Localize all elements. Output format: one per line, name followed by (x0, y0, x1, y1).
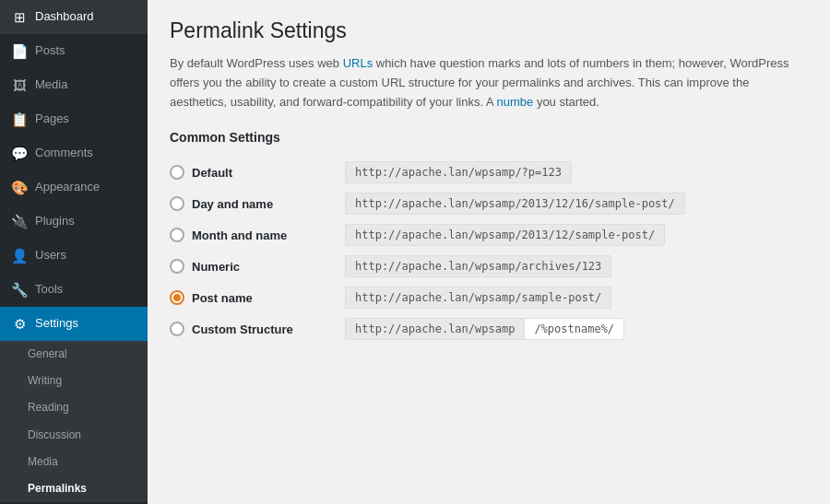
numeric-text: Numeric (192, 260, 240, 274)
post-name-row: Post namehttp://apache.lan/wpsamp/sample… (170, 287, 808, 309)
submenu-item-media[interactable]: Media (0, 449, 148, 475)
page-description: By default WordPress uses web URLs which… (170, 54, 808, 111)
sidebar-label-media: Media (35, 76, 67, 93)
sidebar-item-comments[interactable]: 💬Comments (0, 136, 148, 170)
sidebar-label-tools: Tools (35, 281, 63, 298)
numeric-row: Numerichttp://apache.lan/wpsamp/archives… (170, 255, 808, 277)
numeric-radio (170, 259, 184, 274)
settings-icon: ⚙ (11, 314, 28, 334)
custom-url-part2[interactable]: /%postname%/ (525, 318, 624, 340)
tools-icon: 🔧 (11, 280, 28, 299)
sidebar-label-comments: Comments (35, 145, 93, 161)
sidebar-label-dashboard: Dashboard (35, 8, 94, 25)
post-name-radio (170, 290, 184, 305)
sidebar-item-dashboard[interactable]: ⊞Dashboard (0, 0, 148, 34)
appearance-icon: 🎨 (11, 178, 28, 197)
default-radio (170, 165, 184, 180)
day-name-label[interactable]: Day and name (170, 196, 336, 211)
month-name-text: Month and name (192, 229, 287, 242)
sidebar-item-settings[interactable]: ⚙Settings (0, 307, 148, 341)
default-text: Default (192, 166, 232, 180)
custom-structure-url: http://apache.lan/wpsamp /%postname%/ (345, 318, 624, 340)
custom-structure-text: Custom Structure (192, 322, 293, 336)
custom-structure-radio-indicator (170, 322, 184, 336)
numeric-url: http://apache.lan/wpsamp/archives/123 (345, 255, 611, 277)
custom-structure-label[interactable]: Custom Structure (170, 322, 336, 336)
default-label[interactable]: Default (170, 165, 336, 180)
comments-icon: 💬 (11, 144, 28, 163)
post-name-url: http://apache.lan/wpsamp/sample-post/ (345, 287, 611, 309)
sidebar-label-pages: Pages (35, 111, 69, 127)
sidebar-item-users[interactable]: 👤Users (0, 239, 148, 273)
sidebar-label-users: Users (35, 247, 66, 264)
post-name-label[interactable]: Post name (170, 290, 336, 305)
sidebar-label-appearance: Appearance (35, 179, 100, 195)
sidebar-label-plugins: Plugins (35, 213, 75, 229)
sidebar-item-appearance[interactable]: 🎨Appearance (0, 170, 148, 205)
number-link[interactable]: numbe (497, 95, 534, 109)
sidebar-item-pages[interactable]: 📋Pages (0, 102, 148, 136)
sidebar-label-posts: Posts (35, 42, 65, 59)
sidebar-item-plugins[interactable]: 🔌Plugins (0, 205, 148, 239)
sidebar-item-media[interactable]: 🖼Media (0, 68, 148, 102)
post-name-text: Post name (192, 291, 253, 305)
main-content: Permalink Settings By default WordPress … (148, 0, 830, 504)
custom-url-part1: http://apache.lan/wpsamp (345, 318, 525, 340)
day-name-row: Day and namehttp://apache.lan/wpsamp/201… (170, 193, 808, 215)
month-name-label[interactable]: Month and name (170, 228, 336, 242)
page-title: Permalink Settings (170, 18, 808, 43)
pages-icon: 📋 (11, 110, 28, 129)
settings-submenu: GeneralWritingReadingDiscussionMediaPerm… (0, 341, 148, 502)
urls-link[interactable]: URLs (343, 56, 374, 70)
posts-icon: 📄 (11, 41, 28, 61)
media-icon: 🖼 (11, 76, 28, 95)
sidebar-item-tools[interactable]: 🔧Tools (0, 273, 148, 307)
numeric-label[interactable]: Numeric (170, 259, 336, 274)
section-title: Common Settings (170, 130, 808, 148)
submenu-item-writing[interactable]: Writing (0, 368, 148, 394)
users-icon: 👤 (11, 246, 28, 265)
month-name-row: Month and namehttp://apache.lan/wpsamp/2… (170, 224, 808, 246)
sidebar-label-settings: Settings (35, 315, 78, 332)
plugins-icon: 🔌 (11, 212, 28, 231)
options-list: Defaulthttp://apache.lan/wpsamp/?p=123Da… (170, 161, 808, 309)
submenu-item-permalinks[interactable]: Permalinks (0, 475, 148, 502)
submenu-item-general[interactable]: General (0, 341, 148, 368)
dashboard-icon: ⊞ (11, 7, 28, 27)
default-row: Defaulthttp://apache.lan/wpsamp/?p=123 (170, 161, 808, 183)
day-name-radio (170, 196, 184, 211)
sidebar-item-posts[interactable]: 📄Posts (0, 34, 148, 68)
month-name-radio (170, 228, 184, 242)
day-name-url: http://apache.lan/wpsamp/2013/12/16/samp… (345, 193, 685, 215)
submenu-item-discussion[interactable]: Discussion (0, 422, 148, 449)
month-name-url: http://apache.lan/wpsamp/2013/12/sample-… (345, 224, 665, 246)
day-name-text: Day and name (192, 197, 273, 211)
custom-structure-row: Custom Structure http://apache.lan/wpsam… (170, 318, 808, 340)
default-url: http://apache.lan/wpsamp/?p=123 (345, 161, 572, 183)
submenu-item-reading[interactable]: Reading (0, 394, 148, 421)
sidebar: ⊞Dashboard📄Posts🖼Media📋Pages💬Comments🎨Ap… (0, 0, 148, 504)
